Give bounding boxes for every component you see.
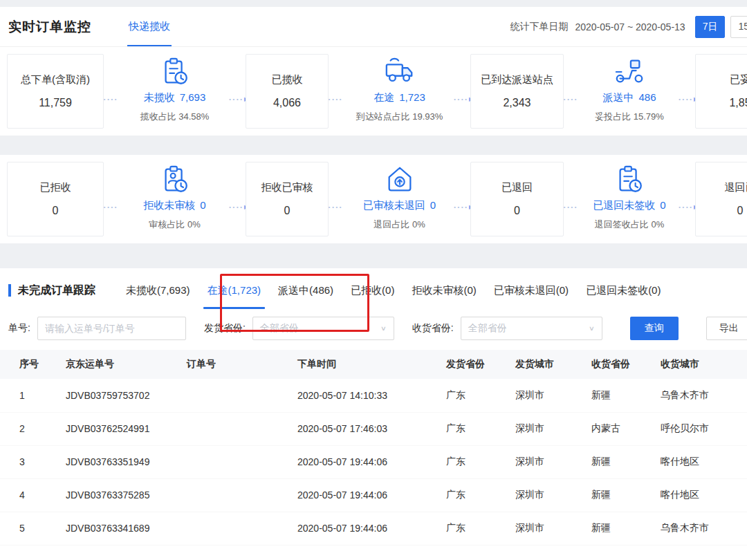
col-waybill-no: 京东运单号 bbox=[66, 350, 187, 379]
section-title-text: 未完成订单跟踪 bbox=[18, 283, 95, 298]
cell-waybill-no: JDVB03763375285 bbox=[66, 478, 187, 512]
node-value: 486 bbox=[638, 91, 656, 103]
cell-dest-city: 乌鲁木齐市 bbox=[661, 512, 747, 545]
stat-card-returned: 已退回 0 bbox=[470, 162, 564, 236]
unfinished-orders-section: 未完成订单跟踪 未揽收(7,693) 在途(1,723) 派送中(486) 已拒… bbox=[0, 268, 747, 560]
cell-order-no bbox=[187, 412, 297, 445]
cell-dest-province: 新疆 bbox=[591, 512, 661, 545]
tab-reject-unreviewed[interactable]: 拒收未审核(0) bbox=[412, 268, 476, 312]
cell-dest-city: 乌鲁木齐市 bbox=[661, 379, 747, 412]
cell-origin-city: 深圳市 bbox=[515, 412, 591, 445]
waybill-input[interactable] bbox=[37, 317, 186, 340]
cell-dest-province: 新疆 bbox=[591, 478, 661, 512]
flow-connector-arrow bbox=[232, 94, 246, 104]
stat-label: 拒收已审核 bbox=[261, 181, 313, 194]
flow-connector-arrow bbox=[681, 94, 695, 104]
flow-connector-arrow bbox=[232, 202, 246, 212]
cell-dest-province: 新疆 bbox=[591, 379, 661, 412]
scooter-icon bbox=[614, 55, 645, 88]
table-row: 5 JDVB03763341689 2020-05-07 19:44:06 广东… bbox=[0, 512, 747, 545]
cell-dest-city: 喀什地区 bbox=[661, 445, 747, 478]
node-ratio: 到达站点占比 19.93% bbox=[356, 111, 443, 123]
table-row: 4 JDVB03763375285 2020-05-07 19:44:06 广东… bbox=[0, 478, 747, 512]
tab-in-transit[interactable]: 在途(1,723) bbox=[208, 268, 261, 312]
tab-rejected[interactable]: 已拒收(0) bbox=[351, 268, 394, 312]
stat-node-unpicked: 未揽收7,693 揽收占比 34.58% bbox=[118, 54, 232, 129]
stat-label: 已揽收 bbox=[272, 73, 303, 86]
section-title: 未完成订单跟踪 bbox=[8, 283, 95, 298]
stat-node-reviewed-not-returned: 已审核未退回0 退回占比 0% bbox=[342, 162, 456, 236]
stat-node-returned-unsigned: 已退回未签收0 退回签收占比 0% bbox=[578, 162, 681, 236]
cell-order-no bbox=[187, 379, 297, 412]
range-7day-button[interactable]: 7日 bbox=[695, 16, 726, 38]
node-value: 7,693 bbox=[180, 91, 206, 103]
page-title: 实时订单监控 bbox=[8, 18, 91, 36]
stat-label: 已退回 bbox=[501, 181, 533, 194]
tab-delivering[interactable]: 派送中(486) bbox=[278, 268, 333, 312]
stat-card-return-signed: 退回已 0 bbox=[695, 162, 747, 236]
origin-province-value: 全部省份 bbox=[260, 322, 299, 335]
waybill-label: 单号: bbox=[8, 322, 30, 335]
stat-value: 1,85 bbox=[729, 97, 747, 109]
flow-connector bbox=[564, 202, 578, 212]
cell-waybill-no: JDVB03763351949 bbox=[66, 445, 187, 478]
truck-icon bbox=[384, 55, 416, 88]
stat-card-picked: 已揽收 4,066 bbox=[246, 54, 329, 129]
tab-not-picked[interactable]: 未揽收(7,693) bbox=[126, 268, 190, 312]
col-dest-province: 收货省份 bbox=[591, 350, 661, 379]
tab-reviewed-not-returned[interactable]: 已审核未退回(0) bbox=[494, 268, 569, 312]
cell-dest-city: 喀什地区 bbox=[661, 478, 747, 512]
col-origin-city: 发货城市 bbox=[515, 350, 591, 379]
stat-label: 已拒收 bbox=[40, 181, 71, 194]
stat-node-delivering: 派送中486 妥投占比 15.79% bbox=[578, 54, 681, 129]
flow-connector-arrow bbox=[456, 94, 470, 104]
date-range-controls: 统计下单日期 2020-05-07 ~ 2020-05-13 7日 15日 bbox=[510, 16, 747, 38]
node-ratio: 退回占比 0% bbox=[374, 218, 425, 231]
export-button[interactable]: 导出 bbox=[706, 317, 747, 340]
cell-index: 4 bbox=[0, 478, 66, 512]
origin-province-select[interactable]: 全部省份 ∨ bbox=[252, 317, 394, 340]
pickup-flow-row: 总下单(含取消) 11,759 未揽收7,693 揽收占比 34.58% 已揽收… bbox=[0, 47, 747, 136]
cell-order-time: 2020-05-07 19:44:06 bbox=[297, 478, 446, 512]
node-label: 已退回未签收 bbox=[593, 199, 655, 211]
node-ratio: 揽收占比 34.58% bbox=[140, 111, 210, 123]
cell-dest-province: 内蒙古 bbox=[591, 412, 661, 445]
house-return-icon bbox=[384, 163, 416, 196]
flow-connector bbox=[329, 202, 342, 212]
status-tabs: 未揽收(7,693) 在途(1,723) 派送中(486) 已拒收(0) 拒收未… bbox=[126, 268, 678, 312]
cell-origin-city: 深圳市 bbox=[515, 445, 591, 478]
table-header-row: 序号 京东运单号 订单号 下单时间 发货省份 发货城市 收货省份 收货城市 bbox=[0, 350, 747, 379]
stat-node-reject-unreviewed: 拒收未审核0 审核占比 0% bbox=[118, 162, 232, 236]
stat-card-arrived-station: 已到达派送站点 2,343 bbox=[470, 54, 564, 129]
stat-value: 0 bbox=[284, 205, 290, 217]
search-button[interactable]: 查询 bbox=[630, 317, 679, 340]
stat-label: 已妥 bbox=[730, 73, 747, 86]
stat-card-rejected: 已拒收 0 bbox=[7, 162, 104, 236]
flow-connector bbox=[104, 202, 118, 212]
table-row: 2 JDVB03762524991 2020-05-07 17:46:03 广东… bbox=[0, 412, 747, 445]
cell-dest-city: 呼伦贝尔市 bbox=[661, 412, 747, 445]
table-row: 1 JDVB03759753702 2020-05-07 14:10:33 广东… bbox=[0, 379, 747, 412]
title-marker bbox=[8, 284, 11, 297]
clipboard-person-icon bbox=[159, 163, 191, 196]
cell-origin-city: 深圳市 bbox=[515, 512, 591, 545]
table-row: 3 JDVB03763351949 2020-05-07 19:44:06 广东… bbox=[0, 445, 747, 478]
stat-label: 已到达派送站点 bbox=[481, 73, 553, 86]
node-ratio: 妥投占比 15.79% bbox=[595, 111, 664, 123]
stat-value: 11,759 bbox=[39, 97, 72, 109]
range-15day-button[interactable]: 15日 bbox=[730, 16, 747, 38]
orders-table: 序号 京东运单号 订单号 下单时间 发货省份 发货城市 收货省份 收货城市 1 … bbox=[0, 350, 747, 545]
node-ratio: 审核占比 0% bbox=[149, 218, 200, 231]
dest-province-select[interactable]: 全部省份 ∨ bbox=[461, 317, 602, 340]
cell-waybill-no: JDVB03759753702 bbox=[66, 379, 187, 412]
tab-express-pickup[interactable]: 快递揽收 bbox=[129, 7, 170, 46]
stat-value: 0 bbox=[53, 205, 59, 217]
tab-returned-unsigned[interactable]: 已退回未签收(0) bbox=[586, 268, 661, 312]
chevron-down-icon: ∨ bbox=[380, 325, 387, 333]
col-order-time: 下单时间 bbox=[297, 350, 446, 379]
cell-origin-city: 深圳市 bbox=[515, 379, 591, 412]
stat-card-delivered: 已妥 1,85 bbox=[695, 54, 747, 129]
cell-origin-province: 广东 bbox=[446, 379, 515, 412]
node-label: 已审核未退回 bbox=[363, 199, 425, 211]
flow-connector bbox=[329, 94, 342, 104]
